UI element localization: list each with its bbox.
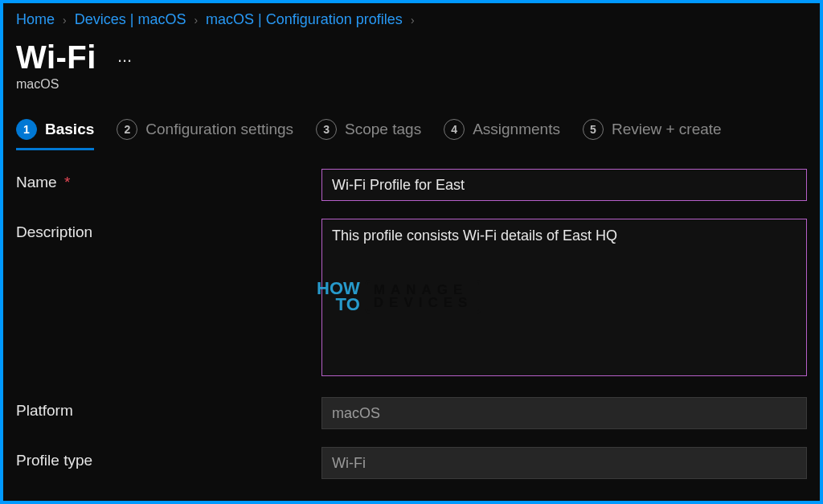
required-indicator-icon: * [64, 174, 70, 191]
breadcrumb-config-profiles[interactable]: macOS | Configuration profiles [206, 11, 403, 28]
page-subtitle: macOS [16, 77, 807, 92]
breadcrumb-devices[interactable]: Devices | macOS [75, 11, 186, 28]
more-actions-button[interactable]: ··· [113, 48, 137, 72]
chevron-right-icon: › [411, 14, 415, 27]
description-input[interactable] [321, 219, 807, 376]
breadcrumb: Home › Devices | macOS › macOS | Configu… [16, 8, 807, 36]
step-number-icon: 4 [444, 119, 465, 140]
wizard-stepper: 1 Basics 2 Configuration settings 3 Scop… [16, 119, 807, 148]
step-label: Assignments [473, 121, 560, 138]
step-basics[interactable]: 1 Basics [16, 119, 94, 150]
step-number-icon: 5 [583, 119, 604, 140]
breadcrumb-home[interactable]: Home [16, 11, 55, 28]
step-number-icon: 1 [16, 119, 37, 140]
step-review-create[interactable]: 5 Review + create [583, 119, 722, 148]
name-input[interactable] [321, 169, 807, 201]
name-label: Name * [16, 169, 321, 191]
step-label: Scope tags [345, 121, 421, 138]
profile-type-field [321, 447, 807, 479]
step-label: Configuration settings [145, 121, 293, 138]
step-assignments[interactable]: 4 Assignments [444, 119, 560, 148]
step-number-icon: 3 [316, 119, 337, 140]
step-scope-tags[interactable]: 3 Scope tags [316, 119, 421, 148]
name-label-text: Name [16, 174, 57, 191]
profile-type-label: Profile type [16, 447, 321, 469]
chevron-right-icon: › [63, 14, 67, 27]
description-label: Description [16, 219, 321, 241]
chevron-right-icon: › [194, 14, 198, 27]
step-label: Review + create [612, 121, 722, 138]
step-number-icon: 2 [117, 119, 137, 140]
platform-field [321, 397, 807, 429]
page-title: Wi-Fi [16, 39, 96, 76]
step-label: Basics [45, 121, 94, 138]
step-configuration-settings[interactable]: 2 Configuration settings [117, 119, 293, 148]
platform-label: Platform [16, 397, 321, 420]
